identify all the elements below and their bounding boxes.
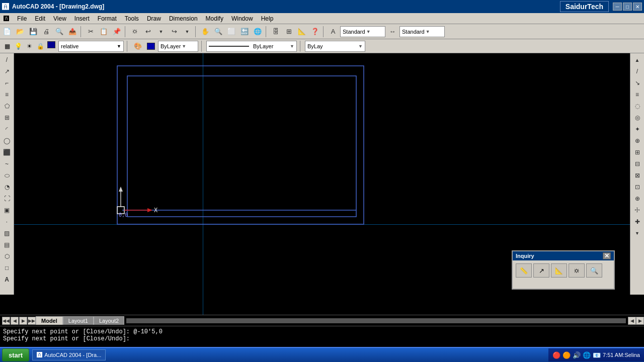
namedviews-button[interactable]: 📐 xyxy=(296,26,308,37)
styles-button[interactable]: A xyxy=(327,26,339,37)
layer-freeze-button[interactable]: ☀ xyxy=(24,41,34,51)
publish-button[interactable]: 📤 xyxy=(66,26,78,37)
circle-tool[interactable]: ◯ xyxy=(1,135,13,146)
hscroll-track[interactable] xyxy=(126,318,626,323)
undo-button[interactable]: ↩ xyxy=(142,26,154,37)
tab-model[interactable]: Model xyxy=(36,316,63,325)
hscroll-left[interactable]: ◀ xyxy=(628,317,636,325)
revision-tool[interactable]: ⬛ xyxy=(1,147,13,158)
dimstyle-button[interactable]: ↔ xyxy=(386,26,398,37)
tab-nav-next[interactable]: ▶ xyxy=(19,317,27,325)
rt-4[interactable]: ◌ xyxy=(631,101,643,112)
rt-13[interactable]: ☩ xyxy=(631,205,643,216)
layer-dropdown[interactable]: relative ▼ xyxy=(58,41,124,52)
menu-modify[interactable]: Modify xyxy=(202,14,227,23)
menu-file[interactable]: File xyxy=(13,14,31,23)
zoom-realtime-button[interactable]: 🔍 xyxy=(212,26,224,37)
close-button[interactable]: ✕ xyxy=(633,3,642,11)
inquiry-list-button[interactable]: 🔍 xyxy=(586,263,602,278)
maximize-button[interactable]: □ xyxy=(623,3,632,11)
cut-button[interactable]: ✂ xyxy=(85,26,97,37)
line-tool[interactable]: / xyxy=(1,54,13,65)
spline-tool[interactable]: ~ xyxy=(1,158,13,169)
zoom-window-button[interactable]: ⬜ xyxy=(225,26,237,37)
matchprop-button[interactable]: ⛭ xyxy=(129,26,141,37)
inquiry-title-bar[interactable]: Inquiry ✕ xyxy=(513,251,614,260)
new-button[interactable]: 📄 xyxy=(1,26,13,37)
inquiry-region-button[interactable]: ⛭ xyxy=(569,263,585,278)
print-preview-button[interactable]: 🔍 xyxy=(53,26,65,37)
polyline-tool[interactable]: ⌐ xyxy=(1,77,13,88)
hatch-tool[interactable]: ▨ xyxy=(1,228,13,239)
construct-tool[interactable]: ↗ xyxy=(1,66,13,77)
inquiry-close-button[interactable]: ✕ xyxy=(603,252,611,259)
rt-11[interactable]: ⊡ xyxy=(631,182,643,193)
tab-layout1[interactable]: Layout1 xyxy=(63,316,94,325)
layers-button[interactable]: ▦ xyxy=(2,41,12,51)
insert-tool[interactable]: ⛶ xyxy=(1,193,13,204)
wipeout-tool[interactable]: □ xyxy=(1,262,13,274)
lineweight-dropdown[interactable]: ByLay ▼ xyxy=(305,41,365,52)
start-button[interactable]: start xyxy=(2,348,29,361)
multiline-tool[interactable]: ≡ xyxy=(1,89,13,100)
ellarc-tool[interactable]: ◔ xyxy=(1,182,13,193)
rt-1[interactable]: / xyxy=(631,66,643,77)
inquiry-area-button[interactable]: 📐 xyxy=(551,263,567,278)
app-menu-icon[interactable]: 🅰 xyxy=(1,14,11,24)
color-swatch2[interactable] xyxy=(147,43,155,50)
rt-8[interactable]: ⊞ xyxy=(631,147,643,158)
rt-5[interactable]: ◎ xyxy=(631,112,643,123)
rt-3[interactable]: ≡ xyxy=(631,89,643,100)
tab-layout2[interactable]: Layout2 xyxy=(94,316,124,325)
inquiry-button[interactable]: ❓ xyxy=(309,26,321,37)
tab-nav-prev[interactable]: ◀ xyxy=(11,317,19,325)
rt-6[interactable]: ✦ xyxy=(631,124,643,135)
tab-nav-last[interactable]: ▶▶ xyxy=(28,317,36,325)
style-dropdown[interactable]: Standard ▼ xyxy=(340,26,385,37)
save-button[interactable]: 💾 xyxy=(27,26,39,37)
shade-button[interactable]: 🌐 xyxy=(252,26,264,37)
layer-lock-button[interactable]: 🔒 xyxy=(35,41,45,51)
open-button[interactable]: 📂 xyxy=(14,26,26,37)
rectbox-tool[interactable]: ⊞ xyxy=(1,112,13,123)
rt-14[interactable]: ✚ xyxy=(631,216,643,227)
minimize-button[interactable]: ─ xyxy=(613,3,622,11)
zoom-prev-button[interactable]: 🔙 xyxy=(238,26,251,37)
layer-color-swatch[interactable] xyxy=(47,41,55,48)
menu-edit[interactable]: Edit xyxy=(31,14,49,23)
menu-dimension[interactable]: Dimension xyxy=(165,14,202,23)
block-tool[interactable]: ▣ xyxy=(1,205,13,216)
point-tool[interactable]: · xyxy=(1,216,13,227)
rt-2[interactable]: ↘ xyxy=(631,77,643,88)
color-dropdown[interactable]: ByLayer ▼ xyxy=(158,41,198,52)
rt-12[interactable]: ⊕ xyxy=(631,193,643,204)
gradient-tool[interactable]: ▤ xyxy=(1,239,13,250)
dbconnect-button[interactable]: 🗄 xyxy=(270,26,282,37)
copy-button[interactable]: 📋 xyxy=(98,26,110,37)
hscroll-right[interactable]: ▶ xyxy=(636,317,644,325)
pan-button[interactable]: ✋ xyxy=(199,26,211,37)
paste-button[interactable]: 📌 xyxy=(111,26,123,37)
mtext-tool[interactable]: A xyxy=(1,274,13,285)
menu-insert[interactable]: Insert xyxy=(70,14,94,23)
menu-draw[interactable]: Draw xyxy=(143,14,165,23)
redo-dropdown[interactable]: ▼ xyxy=(181,26,193,37)
ellipse-tool[interactable]: ⬭ xyxy=(1,170,13,181)
scroll-up-button[interactable]: ▲ xyxy=(631,54,643,65)
rt-10[interactable]: ⊠ xyxy=(631,170,643,181)
canvas-area[interactable]: X 0,0 Inquiry ✕ 📏 ↗ 📐 ⛭ 🔍 xyxy=(14,53,630,315)
menu-window[interactable]: Window xyxy=(227,14,257,23)
rt-7[interactable]: ⊕ xyxy=(631,135,643,146)
inquiry-radius-button[interactable]: ↗ xyxy=(533,263,549,278)
menu-help[interactable]: Help xyxy=(257,14,278,23)
print-button[interactable]: 🖨 xyxy=(40,26,52,37)
rt-15[interactable]: ▼ xyxy=(631,228,643,239)
region-tool[interactable]: ⬡ xyxy=(1,251,13,262)
dimstyle-dropdown[interactable]: Standard ▼ xyxy=(399,26,445,37)
redo-button[interactable]: ↪ xyxy=(168,26,180,37)
menu-format[interactable]: Format xyxy=(94,14,121,23)
color-button[interactable]: 🎨 xyxy=(132,41,144,52)
taskbar-autocad[interactable]: 🅰 AutoCAD 2004 - [Dra... xyxy=(32,349,106,360)
polygon-tool[interactable]: ⬠ xyxy=(1,101,13,112)
tab-nav-first[interactable]: ◀◀ xyxy=(2,317,10,325)
